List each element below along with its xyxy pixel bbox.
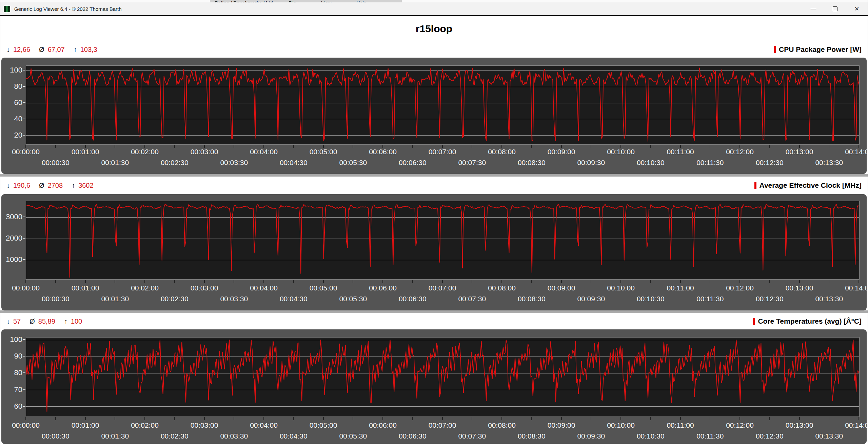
section-title-text: Core Temperatures (avg) [Â°C]: [758, 317, 862, 325]
x-axis-label: 00:07:00: [429, 148, 456, 156]
x-axis-label: 00:05:00: [310, 284, 337, 292]
x-axis-tick: [501, 280, 502, 283]
plot-area[interactable]: [26, 337, 860, 417]
x-axis-label: 00:13:00: [786, 148, 813, 156]
y-axis-label: 80: [2, 82, 22, 91]
x-axis-label: 00:00:30: [42, 432, 70, 440]
x-axis-tick: [204, 280, 205, 283]
x-axis-label: 00:06:00: [369, 421, 397, 429]
background-window-strip: Rating / Benchmarks / Lid File View Help: [0, 0, 868, 2]
x-axis-tick: [115, 145, 115, 148]
x-axis-tick: [561, 280, 562, 283]
x-axis-tick: [620, 280, 621, 283]
plot-area[interactable]: [26, 201, 860, 280]
x-axis-tick: [412, 280, 413, 283]
data-series-line: [26, 340, 859, 411]
x-axis-tick: [174, 145, 175, 148]
x-axis-label: 00:03:30: [220, 432, 248, 440]
x-axis-tick: [501, 417, 502, 420]
x-axis-tick: [293, 145, 294, 148]
x-axis-tick: [799, 280, 800, 283]
maximize-button[interactable]: [824, 2, 846, 15]
x-axis-tick: [650, 145, 651, 148]
min-arrow-icon: ↓: [6, 182, 10, 189]
x-axis-tick: [353, 280, 353, 283]
section-title-clock: Average Effective Clock [MHz]: [754, 181, 862, 189]
y-axis-tick: [23, 389, 25, 390]
x-axis-tick: [85, 280, 86, 283]
x-axis-tick: [769, 145, 770, 148]
section-separator: [0, 310, 868, 313]
x-axis-label: 00:11:00: [667, 148, 694, 156]
y-axis-label: 2000: [2, 234, 22, 243]
x-axis-label: 00:01:00: [72, 284, 99, 292]
x-axis-label: 00:12:00: [726, 148, 754, 156]
x-axis-label: 00:02:00: [131, 421, 159, 429]
y-axis-label: 40: [2, 115, 22, 123]
x-axis-label: 00:09:00: [548, 284, 575, 292]
x-axis-label: 00:09:30: [577, 159, 605, 167]
x-axis-label: 00:09:30: [577, 295, 605, 303]
stat-max: 103,3: [80, 46, 97, 54]
stat-avg: 2708: [48, 182, 63, 189]
x-axis-tick: [353, 145, 353, 148]
x-axis-label: 00:04:00: [250, 421, 278, 429]
x-axis-label: 00:04:00: [250, 284, 278, 292]
x-axis-tick: [382, 280, 383, 283]
x-axis-label: 00:02:00: [131, 284, 159, 292]
x-axis-tick: [472, 145, 472, 148]
section-header-power: ↓ 12,66 Ø 67,07 ↑ 103,3 CPU Package Powe…: [0, 41, 868, 58]
min-arrow-icon: ↓: [6, 46, 10, 54]
x-axis-label: 00:12:00: [726, 284, 754, 292]
data-series-line: [26, 204, 859, 277]
x-axis-tick: [55, 417, 56, 420]
x-axis-label: 00:11:00: [667, 421, 694, 429]
x-axis-label: 00:12:30: [756, 295, 784, 303]
x-axis-label: 00:06:30: [399, 432, 427, 440]
legend-color-bar: [753, 318, 755, 325]
x-axis-label: 00:00:30: [42, 295, 70, 303]
avg-icon: Ø: [29, 318, 35, 325]
x-axis-tick: [234, 280, 234, 283]
x-axis-label: 00:06:00: [369, 284, 397, 292]
x-axis-label: 00:02:30: [161, 295, 189, 303]
chart-panel-temp[interactable]: 6070809010000:00:0000:01:0000:02:0000:03…: [1, 329, 867, 444]
x-axis-tick: [472, 417, 472, 420]
x-axis-label: 00:03:00: [191, 284, 218, 292]
minimize-button[interactable]: —: [803, 2, 824, 15]
y-axis-label: 60: [2, 98, 22, 107]
stat-min: 57: [13, 318, 21, 325]
window-title: Generic Log Viewer 6.4 - © 2022 Thomas B…: [14, 6, 122, 12]
x-axis-label: 00:07:30: [458, 432, 486, 440]
x-axis-label: 00:03:30: [220, 159, 248, 167]
x-axis-label: 00:06:30: [399, 295, 427, 303]
y-axis-tick: [23, 102, 25, 103]
legend-color-bar: [774, 46, 776, 53]
x-axis-label: 00:10:00: [607, 421, 635, 429]
y-axis-label: 90: [2, 352, 22, 361]
x-axis-tick: [115, 280, 115, 283]
section-header-temp: ↓ 57 Ø 85,89 ↑ 100 Core Temperatures (av…: [0, 313, 868, 329]
x-axis-label: 00:02:30: [161, 159, 189, 167]
x-axis-label: 00:13:30: [815, 295, 843, 303]
x-axis-tick: [412, 417, 413, 420]
stat-min: 12,66: [13, 46, 30, 54]
x-axis-tick: [293, 280, 294, 283]
x-axis-label: 00:14:00: [845, 284, 867, 292]
x-axis-tick: [412, 145, 413, 148]
x-axis-label: 00:10:00: [607, 148, 635, 156]
x-axis-tick: [561, 417, 562, 420]
chart-panel-power[interactable]: 2040608010000:00:0000:01:0000:02:0000:03…: [1, 58, 867, 174]
plot-area[interactable]: [26, 65, 860, 145]
x-axis-label: 00:13:30: [815, 159, 843, 167]
x-axis-tick: [234, 417, 234, 420]
stats-temp: ↓ 57 Ø 85,89 ↑ 100: [6, 318, 87, 325]
y-axis-tick: [23, 339, 25, 340]
maximize-icon: [833, 6, 837, 11]
x-axis-tick: [531, 417, 532, 420]
section-header-clock: ↓ 190,6 Ø 2708 ↑ 3602 Average Effective …: [0, 177, 868, 194]
chart-panel-clock[interactable]: 10002000300000:00:0000:01:0000:02:0000:0…: [1, 194, 867, 310]
x-axis-tick: [472, 280, 472, 283]
x-axis-label: 00:08:00: [488, 421, 516, 429]
close-button[interactable]: ✕: [846, 2, 868, 15]
